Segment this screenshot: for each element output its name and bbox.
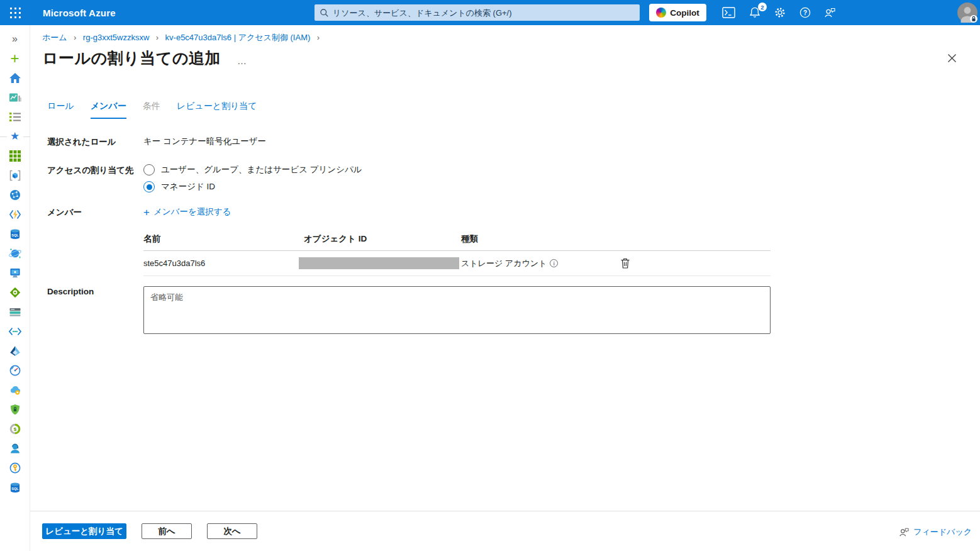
feedback-link[interactable]: フィードバック xyxy=(898,526,972,538)
plus-icon: + xyxy=(10,50,19,67)
tab-review-assign[interactable]: レビューと割り当て xyxy=(177,101,257,119)
dashboard-chart-icon xyxy=(9,91,21,104)
breadcrumb-resource[interactable]: kv-e5c47u3da7ls6 | アクセス制御 (IAM) xyxy=(165,33,311,42)
shield-lock-icon xyxy=(9,403,21,416)
person-feedback-icon xyxy=(823,6,836,19)
sidebar-item-favorites[interactable]: ★ xyxy=(0,126,30,146)
members-label: メンバー xyxy=(47,206,143,218)
tab-members[interactable]: メンバー xyxy=(91,101,126,119)
radio-user-group-service-principal[interactable]: ユーザー、グループ、またはサービス プリンシパル xyxy=(143,164,801,175)
selected-role-label: 選択されたロール xyxy=(47,136,143,148)
column-header-object-id: オブジェクト ID xyxy=(304,233,461,245)
sidebar-item-function-app[interactable] xyxy=(0,204,30,224)
sidebar-item-create-resource[interactable]: + xyxy=(0,48,30,68)
key-vault-icon xyxy=(9,462,21,474)
close-icon xyxy=(947,53,957,63)
search-input[interactable] xyxy=(333,8,635,18)
help-button[interactable]: ? xyxy=(798,5,813,20)
plus-icon: + xyxy=(143,207,150,218)
list-icon xyxy=(9,111,21,123)
cloud-shell-icon xyxy=(722,7,735,18)
member-type: ストレージ アカウント xyxy=(461,258,547,269)
members-table: 名前 オブジェクト ID 種類 ste5c47u3da7ls6 ストレージ アカ… xyxy=(143,233,771,276)
description-label: Description xyxy=(47,286,143,296)
radio-managed-identity-label: マネージド ID xyxy=(161,181,215,192)
members-table-header: 名前 オブジェクト ID 種類 xyxy=(143,233,771,251)
sidebar-item-sql-data-warehouse[interactable]: SQL xyxy=(0,477,30,497)
next-button[interactable]: 次へ xyxy=(207,523,257,539)
sidebar-item-all-services[interactable] xyxy=(0,107,30,126)
sidebar-item-storage-accounts[interactable] xyxy=(0,302,30,321)
waffle-grid-icon xyxy=(10,8,21,18)
lightning-bolt-icon xyxy=(9,208,21,221)
person-feedback-icon xyxy=(898,527,910,537)
breadcrumb-home[interactable]: ホーム xyxy=(42,33,67,42)
virtual-network-icon xyxy=(8,325,22,338)
virtual-machine-icon xyxy=(9,267,21,279)
review-assign-button[interactable]: レビューと割り当て xyxy=(42,523,126,539)
sidebar-item-virtual-networks[interactable] xyxy=(0,321,30,341)
sidebar-expand-button[interactable]: » xyxy=(0,29,30,48)
copilot-icon xyxy=(656,8,666,18)
help-icon: ? xyxy=(799,6,811,19)
brand-title[interactable]: Microsoft Azure xyxy=(43,8,116,18)
sidebar-item-cost-management[interactable]: $ xyxy=(0,419,30,438)
gauge-icon xyxy=(9,364,21,377)
cosmos-db-icon xyxy=(8,247,22,260)
page-title: ロールの割り当ての追加 xyxy=(42,48,221,69)
breadcrumb-resource-group[interactable]: rg-g3xxt5wzzksxw xyxy=(83,33,149,42)
main-content: ホーム › rg-g3xxt5wzzksxw › kv-e5c47u3da7ls… xyxy=(30,25,980,551)
sidebar-item-all-resources[interactable] xyxy=(0,146,30,165)
copilot-button[interactable]: Copilot xyxy=(649,4,706,21)
sidebar-item-app-services[interactable] xyxy=(0,185,30,204)
feedback-button[interactable] xyxy=(822,5,837,20)
storage-account-icon xyxy=(9,306,21,318)
radio-user-group-label: ユーザー、グループ、またはサービス プリンシパル xyxy=(161,164,362,175)
settings-button[interactable] xyxy=(772,5,788,20)
footer-bar: レビューと割り当て 前へ 次へ フィードバック xyxy=(30,511,980,551)
account-avatar[interactable] xyxy=(957,3,977,23)
sidebar-item-dashboard[interactable] xyxy=(0,87,30,107)
globe-icon xyxy=(9,189,21,201)
star-icon: ★ xyxy=(10,130,19,143)
radio-selected-icon xyxy=(143,181,155,192)
sidebar-item-load-balancers[interactable] xyxy=(0,282,30,302)
sidebar-item-sql-databases[interactable]: SQL xyxy=(0,224,30,243)
notification-badge: 2 xyxy=(758,3,767,11)
svg-text:SQL: SQL xyxy=(11,233,19,237)
info-icon[interactable]: i xyxy=(550,259,558,267)
sidebar-item-monitor[interactable] xyxy=(0,360,30,380)
advisor-cloud-icon xyxy=(9,384,21,396)
select-members-label: メンバーを選択する xyxy=(153,206,231,218)
assign-access-to-label: アクセスの割り当て先 xyxy=(47,164,143,176)
description-textarea[interactable] xyxy=(143,286,771,334)
delete-member-button[interactable] xyxy=(620,257,631,270)
sidebar-item-entra-id[interactable] xyxy=(0,341,30,360)
select-members-link[interactable]: + メンバーを選択する xyxy=(143,206,231,218)
more-options-button[interactable]: … xyxy=(237,55,248,66)
left-sidebar: » + ★ xyxy=(0,25,30,551)
radio-unselected-icon xyxy=(143,164,155,175)
sidebar-item-key-vault[interactable] xyxy=(0,458,30,477)
tab-conditions: 条件 xyxy=(143,101,160,119)
global-search[interactable] xyxy=(315,4,640,21)
sidebar-item-help-support[interactable] xyxy=(0,438,30,458)
sidebar-item-advisor[interactable] xyxy=(0,380,30,399)
sidebar-item-cosmos-db[interactable] xyxy=(0,243,30,263)
sidebar-item-home[interactable] xyxy=(0,68,30,87)
notifications-button[interactable]: 2 xyxy=(747,5,762,20)
trash-icon xyxy=(621,258,630,269)
close-button[interactable] xyxy=(942,49,961,68)
previous-button[interactable]: 前へ xyxy=(142,523,192,539)
column-header-name: 名前 xyxy=(143,233,304,245)
sidebar-item-virtual-machines[interactable] xyxy=(0,263,30,282)
sidebar-item-resource-groups[interactable] xyxy=(0,165,30,185)
sidebar-item-defender-for-cloud[interactable] xyxy=(0,399,30,419)
search-icon xyxy=(320,8,329,18)
cloud-shell-button[interactable] xyxy=(721,5,736,20)
radio-managed-identity[interactable]: マネージド ID xyxy=(143,181,801,192)
app-launcher-icon[interactable] xyxy=(0,0,30,25)
load-balancer-icon xyxy=(9,286,21,299)
tab-role[interactable]: ロール xyxy=(47,101,74,119)
entra-id-icon xyxy=(9,345,21,357)
